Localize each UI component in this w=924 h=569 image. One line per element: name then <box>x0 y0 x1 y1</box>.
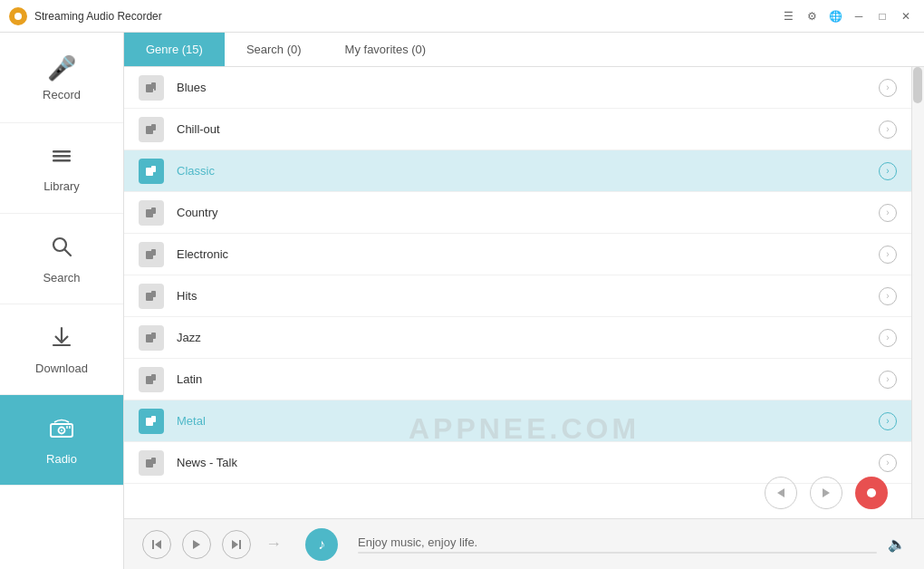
svg-rect-32 <box>151 458 156 464</box>
transport-play-button[interactable] <box>810 477 842 509</box>
genre-name-latin: Latin <box>177 372 879 386</box>
genre-icon-metal <box>139 409 164 434</box>
player-status-area: Enjoy music, enjoy life. <box>358 535 877 554</box>
genre-name-metal: Metal <box>177 414 879 428</box>
tab-genre[interactable]: Genre (15) <box>124 33 225 66</box>
svg-marker-34 <box>823 488 830 497</box>
chevron-jazz: › <box>879 329 897 347</box>
svg-rect-2 <box>53 159 71 162</box>
sidebar-label-record: Record <box>43 88 81 101</box>
arrow-right-icon: → <box>265 535 282 554</box>
sidebar-item-search[interactable]: Search <box>0 214 123 304</box>
app-logo <box>9 7 27 25</box>
svg-rect-36 <box>152 540 154 549</box>
svg-marker-40 <box>232 540 238 549</box>
genre-name-jazz: Jazz <box>177 331 879 344</box>
chevron-hits: › <box>879 287 897 305</box>
sidebar-label-search: Search <box>43 271 80 284</box>
svg-point-9 <box>61 429 63 431</box>
player-status-text: Enjoy music, enjoy life. <box>358 535 877 549</box>
genre-icon-newstalk <box>139 450 164 476</box>
genre-item-hits[interactable]: Hits › <box>124 275 924 317</box>
svg-rect-16 <box>151 124 156 130</box>
player-prev-button[interactable] <box>142 530 171 559</box>
scrollbar-thumb[interactable] <box>913 67 922 103</box>
scrollbar-track[interactable] <box>911 67 924 518</box>
genre-name-hits: Hits <box>177 289 879 303</box>
svg-rect-26 <box>151 333 156 339</box>
player-next-button[interactable] <box>222 530 251 559</box>
chevron-chillout: › <box>879 121 897 139</box>
volume-icon: 🔈 <box>888 535 906 553</box>
search-icon <box>49 234 74 265</box>
svg-rect-39 <box>239 540 241 549</box>
transport-prev-button[interactable] <box>765 477 797 509</box>
svg-marker-33 <box>777 488 784 497</box>
tab-favorites[interactable]: My favorites (0) <box>323 33 448 66</box>
sidebar-item-record[interactable]: 🎤 Record <box>0 33 123 123</box>
sidebar-item-library[interactable]: Library <box>0 123 123 214</box>
svg-rect-20 <box>151 207 156 214</box>
titlebar: Streaming Audio Recorder ☰ ⚙ 🌐 ─ □ ✕ <box>0 0 924 33</box>
genre-item-country[interactable]: Country › <box>124 192 924 234</box>
svg-rect-18 <box>151 166 156 172</box>
chevron-metal: › <box>879 412 897 430</box>
chevron-newstalk: › <box>879 454 897 472</box>
svg-rect-22 <box>151 249 156 256</box>
genre-item-classic[interactable]: Classic › <box>124 150 924 192</box>
tab-search[interactable]: Search (0) <box>225 33 323 66</box>
content-area: Genre (15) Search (0) My favorites (0) B… <box>124 33 924 569</box>
window-controls: ☰ ⚙ 🌐 ─ □ ✕ <box>779 7 915 25</box>
tabs-bar: Genre (15) Search (0) My favorites (0) <box>124 33 924 67</box>
chevron-classic: › <box>879 162 897 180</box>
chevron-blues: › <box>879 79 897 97</box>
sidebar-label-download: Download <box>35 362 88 375</box>
sidebar: 🎤 Record Library Search <box>0 33 124 569</box>
genre-name-blues: Blues <box>177 81 879 94</box>
svg-rect-0 <box>53 150 71 153</box>
genre-item-chillout[interactable]: Chill-out › <box>124 109 924 150</box>
sidebar-label-radio: Radio <box>46 452 77 466</box>
svg-rect-30 <box>151 416 156 422</box>
genre-item-blues[interactable]: Blues › <box>124 67 924 109</box>
main-layout: 🎤 Record Library Search <box>0 33 924 569</box>
minimize-button[interactable]: ─ <box>850 7 868 25</box>
music-note-button[interactable]: ♪ <box>305 528 338 561</box>
svg-rect-14 <box>154 87 156 91</box>
chevron-latin: › <box>879 371 897 389</box>
app-title: Streaming Audio Recorder <box>34 10 779 23</box>
chevron-country: › <box>879 204 897 222</box>
genre-item-latin[interactable]: Latin › <box>124 359 924 400</box>
settings-button[interactable]: ⚙ <box>803 7 821 25</box>
svg-rect-1 <box>53 155 71 158</box>
genre-name-classic: Classic <box>177 164 879 178</box>
menu-button[interactable]: ☰ <box>779 7 797 25</box>
sidebar-label-library: Library <box>43 179 80 193</box>
svg-rect-28 <box>151 374 156 381</box>
player-play-button[interactable] <box>182 530 211 559</box>
close-button[interactable]: ✕ <box>897 7 915 25</box>
svg-rect-24 <box>151 291 156 297</box>
genre-name-chillout: Chill-out <box>177 122 879 136</box>
genre-icon-hits <box>139 284 164 309</box>
genre-icon-blues <box>139 75 164 101</box>
maximize-button[interactable]: □ <box>873 7 891 25</box>
sidebar-item-radio[interactable]: Radio <box>0 395 123 486</box>
genre-icon-country <box>139 200 164 226</box>
player-progress-bar[interactable] <box>358 552 877 554</box>
svg-point-35 <box>867 488 876 497</box>
genre-item-metal[interactable]: Metal › <box>124 400 924 442</box>
genre-item-jazz[interactable]: Jazz › <box>124 317 924 359</box>
radio-icon <box>47 415 76 447</box>
microphone-icon: 🎤 <box>47 54 76 82</box>
library-icon <box>49 143 74 174</box>
transport-record-button[interactable] <box>855 477 888 509</box>
genre-name-country: Country <box>177 206 879 219</box>
genre-name-newstalk: News - Talk <box>177 456 879 469</box>
genre-icon-electronic <box>139 242 164 267</box>
download-icon <box>49 324 74 356</box>
sidebar-item-download[interactable]: Download <box>0 304 123 395</box>
genre-item-electronic[interactable]: Electronic › <box>124 234 924 275</box>
globe-button[interactable]: 🌐 <box>826 7 844 25</box>
svg-line-4 <box>65 249 72 256</box>
